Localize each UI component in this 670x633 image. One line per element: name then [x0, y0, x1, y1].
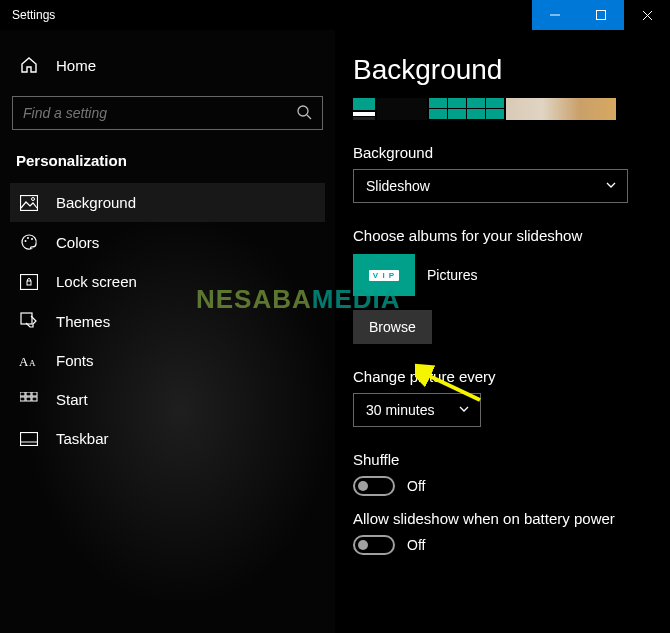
background-label: Background	[353, 144, 652, 161]
sidebar-item-fonts[interactable]: AA Fonts	[10, 341, 325, 380]
albums-label: Choose albums for your slideshow	[353, 227, 652, 244]
fonts-icon: AA	[18, 353, 40, 369]
search-icon	[296, 104, 312, 123]
theme-preview-tile[interactable]	[353, 98, 375, 120]
svg-point-7	[32, 197, 35, 200]
home-icon	[18, 56, 40, 74]
browse-label: Browse	[369, 319, 416, 335]
svg-rect-21	[32, 397, 37, 401]
svg-point-4	[298, 106, 308, 116]
themes-icon	[18, 312, 40, 330]
album-item[interactable]: V I P Pictures	[353, 254, 652, 296]
change-every-dropdown[interactable]: 30 minutes	[353, 393, 481, 427]
svg-rect-22	[21, 432, 38, 445]
dropdown-value: Slideshow	[366, 178, 430, 194]
chevron-down-icon	[458, 402, 470, 418]
sidebar-item-label: Fonts	[56, 352, 94, 369]
svg-point-8	[25, 240, 27, 242]
browse-button[interactable]: Browse	[353, 310, 432, 344]
svg-rect-19	[20, 397, 25, 401]
category-header: Personalization	[10, 136, 325, 183]
svg-rect-20	[26, 397, 31, 401]
shuffle-toggle[interactable]	[353, 476, 395, 496]
svg-text:A: A	[29, 358, 36, 368]
main-panel: Background Background Slideshow Choose a…	[335, 30, 670, 633]
page-title: Background	[353, 54, 652, 86]
svg-rect-12	[27, 281, 31, 285]
start-icon	[18, 392, 40, 408]
svg-rect-16	[20, 392, 25, 396]
sidebar-item-label: Taskbar	[56, 430, 109, 447]
dropdown-value: 30 minutes	[366, 402, 434, 418]
sidebar-item-taskbar[interactable]: Taskbar	[10, 419, 325, 458]
home-label: Home	[56, 57, 96, 74]
minimize-button[interactable]	[532, 0, 578, 30]
palette-icon	[18, 233, 40, 251]
svg-text:A: A	[19, 354, 29, 369]
theme-preview-tile[interactable]	[377, 98, 427, 120]
chevron-down-icon	[605, 178, 617, 194]
titlebar: Settings	[0, 0, 670, 30]
maximize-button[interactable]	[578, 0, 624, 30]
sidebar-item-colors[interactable]: Colors	[10, 222, 325, 262]
sidebar-item-label: Colors	[56, 234, 99, 251]
svg-rect-11	[21, 274, 38, 289]
theme-preview-strip	[353, 98, 652, 120]
sidebar-item-label: Start	[56, 391, 88, 408]
shuffle-state: Off	[407, 478, 425, 494]
search-box[interactable]	[12, 96, 323, 130]
sidebar-item-lockscreen[interactable]: Lock screen	[10, 262, 325, 301]
background-dropdown[interactable]: Slideshow	[353, 169, 628, 203]
sidebar-item-label: Lock screen	[56, 273, 137, 290]
sidebar-item-themes[interactable]: Themes	[10, 301, 325, 341]
svg-point-10	[31, 238, 33, 240]
shuffle-label: Shuffle	[353, 451, 652, 468]
sidebar-item-label: Themes	[56, 313, 110, 330]
svg-rect-18	[32, 392, 37, 396]
theme-preview-tile[interactable]	[429, 98, 504, 120]
window-title: Settings	[12, 8, 55, 22]
theme-preview-tile[interactable]	[506, 98, 616, 120]
taskbar-icon	[18, 432, 40, 446]
album-thumb: V I P	[353, 254, 415, 296]
svg-rect-1	[597, 11, 606, 20]
search-input[interactable]	[23, 105, 296, 121]
battery-label: Allow slideshow when on battery power	[353, 510, 652, 527]
sidebar-item-start[interactable]: Start	[10, 380, 325, 419]
close-button[interactable]	[624, 0, 670, 30]
svg-point-9	[27, 237, 29, 239]
svg-rect-6	[21, 195, 38, 210]
svg-rect-17	[26, 392, 31, 396]
album-name: Pictures	[427, 267, 478, 283]
sidebar: Home Personalization Background Colors	[0, 30, 335, 633]
sidebar-item-background[interactable]: Background	[10, 183, 325, 222]
picture-icon	[18, 195, 40, 211]
svg-rect-13	[21, 313, 32, 324]
sidebar-item-label: Background	[56, 194, 136, 211]
battery-state: Off	[407, 537, 425, 553]
svg-line-5	[307, 115, 311, 119]
change-every-label: Change picture every	[353, 368, 652, 385]
home-nav[interactable]: Home	[10, 48, 325, 82]
battery-toggle[interactable]	[353, 535, 395, 555]
lockscreen-icon	[18, 274, 40, 290]
